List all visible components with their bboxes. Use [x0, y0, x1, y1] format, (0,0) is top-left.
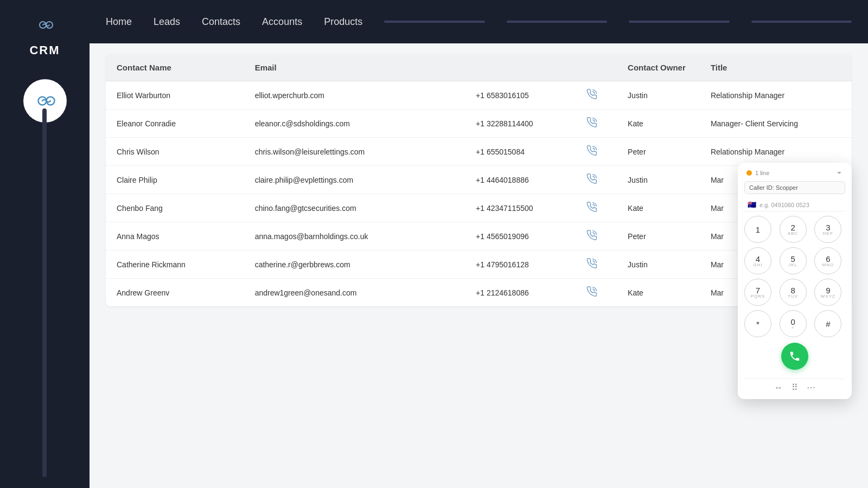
call-icon-6[interactable] — [586, 258, 597, 269]
cell-email-5: anna.magos@barnholdings.co.uk — [244, 222, 465, 251]
cell-title-0: Relationship Manager — [700, 81, 852, 110]
cell-email-1: eleanor.c@sdsholdings.com — [244, 110, 465, 138]
dialer-caller-id-select[interactable]: Caller ID: Scopper — [744, 181, 845, 194]
cell-name-1: Eleanor Conradie — [106, 110, 244, 138]
cell-email-6: catherine.r@gerbbrews.com — [244, 251, 465, 279]
cell-phone-2: +1 655015084 — [465, 138, 576, 166]
nav-item-home[interactable]: Home — [106, 16, 132, 28]
nav-placeholder-4 — [751, 21, 852, 23]
top-nav: Home Leads Contacts Accounts Products — [90, 0, 868, 43]
dialer-call-button[interactable] — [781, 343, 808, 370]
cell-call-2[interactable] — [576, 138, 617, 166]
dialer-key-*[interactable]: * — [744, 310, 771, 337]
cell-email-3: claire.philip@evplettings.com — [244, 166, 465, 194]
cell-phone-4: +1 42347115500 — [465, 194, 576, 222]
cell-call-6[interactable] — [576, 251, 617, 279]
nav-item-contacts[interactable]: Contacts — [202, 16, 240, 28]
nav-item-leads[interactable]: Leads — [154, 16, 180, 28]
dialer-input-placeholder: e.g. 0491060 0523 — [760, 202, 809, 208]
dialer-flag: 🇦🇺 — [748, 201, 756, 209]
call-icon-7[interactable] — [586, 286, 597, 297]
dialer-keypad-toggle-icon[interactable]: ⠿ — [792, 382, 798, 393]
dialer-key-#[interactable]: # — [814, 310, 841, 337]
cell-name-7: Andrew Greenv — [106, 279, 244, 307]
dialer-key-0[interactable]: 0 + — [780, 310, 807, 337]
table-row: Chris Wilson chris.wilson@leisureletting… — [106, 138, 852, 166]
dialer-key-1[interactable]: 1 — [744, 216, 771, 243]
cell-phone-1: +1 32288114400 — [465, 110, 576, 138]
cell-owner-0: Justin — [617, 81, 700, 110]
cell-phone-0: +1 6583016105 — [465, 81, 576, 110]
dialer-popup: 1 line Caller ID: Scopper 🇦🇺 e.g. 049106… — [738, 163, 852, 399]
cell-owner-6: Justin — [617, 251, 700, 279]
cell-email-4: chino.fang@gtcsecurities.com — [244, 194, 465, 222]
nav-placeholder-1 — [384, 21, 484, 23]
dialer-key-9[interactable]: 9 WXYZ — [814, 279, 841, 306]
table-area: Contact Name Email Contact Owner Title E… — [90, 43, 868, 488]
dialer-chevron-icon — [835, 169, 843, 177]
cell-name-4: Chenbo Fang — [106, 194, 244, 222]
cell-call-7[interactable] — [576, 279, 617, 307]
th-owner: Contact Owner — [617, 54, 700, 81]
nav-placeholder-3 — [629, 21, 729, 23]
th-title: Title — [700, 54, 852, 81]
call-icon-4[interactable] — [586, 202, 597, 213]
dialer-status-label: 1 line — [755, 170, 769, 176]
dialer-key-4[interactable]: 4 GHI — [744, 247, 771, 274]
nav-item-products[interactable]: Products — [324, 16, 362, 28]
cell-owner-7: Kate — [617, 279, 700, 307]
cell-phone-6: +1 4795016128 — [465, 251, 576, 279]
call-icon-0[interactable] — [586, 89, 597, 100]
cell-call-1[interactable] — [576, 110, 617, 138]
cell-email-0: elliot.wperchurb.com — [244, 81, 465, 110]
cell-call-4[interactable] — [576, 194, 617, 222]
th-contact-name: Contact Name — [106, 54, 244, 81]
main-content: Home Leads Contacts Accounts Products Co… — [90, 0, 868, 488]
dialer-footer: ↔ ⠿ ⋯ — [744, 378, 845, 393]
nav-placeholder-2 — [507, 21, 607, 23]
cell-call-5[interactable] — [576, 222, 617, 251]
table-row: Elliot Warburton elliot.wperchurb.com +1… — [106, 81, 852, 110]
dialer-key-5[interactable]: 5 JKL — [780, 247, 807, 274]
cell-email-2: chris.wilson@leisurelettings.com — [244, 138, 465, 166]
nav-item-accounts[interactable]: Accounts — [262, 16, 302, 28]
call-icon-5[interactable] — [586, 230, 597, 241]
th-call — [576, 54, 617, 81]
call-icon-1[interactable] — [586, 117, 597, 128]
cell-title-1: Manager- Client Servicing — [700, 110, 852, 138]
cell-owner-4: Kate — [617, 194, 700, 222]
cell-name-5: Anna Magos — [106, 222, 244, 251]
sidebar-logo — [31, 11, 59, 39]
dialer-transfer-icon[interactable]: ↔ — [774, 383, 783, 393]
dialer-key-7[interactable]: 7 PQRS — [744, 279, 771, 306]
sidebar-crm-label: CRM — [29, 43, 60, 57]
dialer-status-dot — [746, 170, 752, 176]
cell-name-0: Elliot Warburton — [106, 81, 244, 110]
dialer-key-3[interactable]: 3 DEF — [814, 216, 841, 243]
cell-phone-5: +1 4565019096 — [465, 222, 576, 251]
cell-owner-2: Peter — [617, 138, 700, 166]
cell-name-6: Catherine Rickmann — [106, 251, 244, 279]
dialer-key-6[interactable]: 6 MNO — [814, 247, 841, 274]
dialer-keypad: 1 2 ABC 3 DEF 4 GHI 5 JKL 6 MNO 7 PQRS 8… — [744, 216, 845, 337]
dialer-key-2[interactable]: 2 ABC — [780, 216, 807, 243]
dialer-input-row: 🇦🇺 e.g. 0491060 0523 — [744, 198, 845, 211]
table-header-row: Contact Name Email Contact Owner Title — [106, 54, 852, 81]
th-phone — [465, 54, 576, 81]
dialer-status: 1 line — [746, 170, 769, 176]
cell-phone-7: +1 2124618086 — [465, 279, 576, 307]
cell-owner-5: Peter — [617, 222, 700, 251]
dialer-key-8[interactable]: 8 TUV — [780, 279, 807, 306]
sidebar-nav-bar — [42, 108, 47, 477]
cell-owner-1: Kate — [617, 110, 700, 138]
dialer-more-icon[interactable]: ⋯ — [807, 382, 815, 393]
cell-call-3[interactable] — [576, 166, 617, 194]
call-icon-2[interactable] — [586, 145, 597, 156]
cell-call-0[interactable] — [576, 81, 617, 110]
cell-title-2: Relationship Manager — [700, 138, 852, 166]
cell-name-2: Chris Wilson — [106, 138, 244, 166]
sidebar: CRM — [0, 0, 90, 488]
th-email: Email — [244, 54, 465, 81]
table-row: Eleanor Conradie eleanor.c@sdsholdings.c… — [106, 110, 852, 138]
call-icon-3[interactable] — [586, 174, 597, 184]
